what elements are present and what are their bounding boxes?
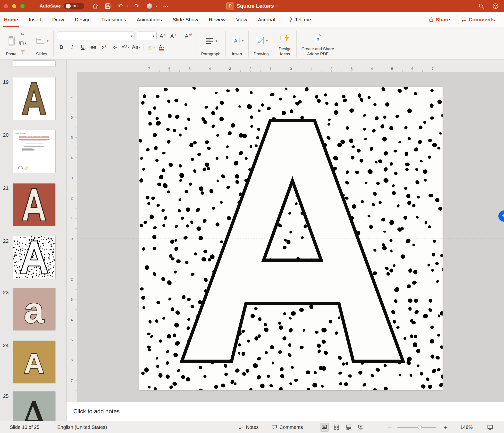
home-icon[interactable]	[91, 2, 99, 10]
more-commands-icon[interactable]: •••	[162, 2, 170, 10]
copy-button[interactable]: ▾	[19, 40, 26, 46]
ruler-tick	[75, 168, 77, 168]
superscript-button[interactable]: x²	[100, 43, 108, 52]
paragraph-chevron-icon[interactable]: ▾	[216, 39, 217, 43]
slide-sorter-view-button[interactable]	[332, 423, 341, 432]
tab-view[interactable]: View	[236, 12, 247, 27]
zoom-out-button[interactable]: −	[388, 421, 392, 433]
redo-icon[interactable]: ↷	[133, 2, 141, 10]
ruler-tick	[75, 158, 77, 158]
feedback-smiley-icon[interactable]	[492, 2, 499, 10]
normal-view-button[interactable]	[320, 423, 329, 432]
dropbox-badge[interactable]: ❖	[498, 211, 504, 221]
subscript-button[interactable]: x₂	[110, 43, 119, 52]
slide-canvas-area[interactable]: ❖	[77, 72, 504, 402]
drawing-button[interactable]: ▾ Drawing	[251, 29, 271, 59]
shrink-font-button[interactable]: A∨	[169, 32, 178, 40]
tabbar-right: Share Comments	[429, 12, 498, 27]
insert-textbox-button[interactable]: A ▾ Insert	[228, 29, 246, 59]
zoom-slider[interactable]	[397, 421, 436, 433]
font-color-button[interactable]: A▾	[157, 43, 166, 52]
language-indicator[interactable]: English (United States)	[57, 421, 107, 433]
titlebar: AutoSave OFF ↶▾ ↷ ▾ ••• P Square Letters…	[0, 0, 504, 12]
slide-thumbnail-19[interactable]	[13, 77, 56, 120]
change-case-button[interactable]: Aa▾	[132, 43, 141, 52]
share-button[interactable]: Share	[429, 17, 450, 23]
ruler-tick	[210, 71, 210, 72]
new-slide-button[interactable]: ▾ Slides	[32, 29, 51, 59]
slide-thumbnail[interactable]	[13, 61, 56, 67]
zoom-in-button[interactable]: +	[444, 421, 447, 433]
title-chevron-icon[interactable]: ▾	[276, 4, 278, 8]
adobe-pdf-button[interactable]: Create and ShareAdobe PDF	[299, 29, 336, 59]
horizontal-ruler[interactable]: 765432101234567	[66, 60, 504, 72]
horizontal-guide[interactable]	[77, 239, 504, 239]
save-icon[interactable]	[104, 2, 111, 10]
paste-button[interactable]: Paste	[3, 29, 19, 59]
slide-thumbnail-23[interactable]: a	[13, 288, 56, 331]
sphere-chevron-icon[interactable]: ▾	[156, 4, 157, 8]
slideshow-view-button[interactable]	[356, 423, 365, 432]
comments-toggle[interactable]: Comments	[271, 421, 303, 433]
document-title[interactable]: Square Letters	[236, 3, 274, 9]
tab-slide-show[interactable]: Slide Show	[173, 12, 198, 27]
format-sphere-icon[interactable]	[146, 2, 153, 10]
reading-view-button[interactable]	[344, 423, 353, 432]
format-painter-button[interactable]	[19, 49, 26, 55]
view-switcher	[320, 421, 365, 433]
ruler-tick	[75, 269, 77, 269]
slide-counter[interactable]: Slide 10 of 25	[10, 421, 39, 433]
cut-button[interactable]: ✂	[19, 31, 26, 37]
tab-review[interactable]: Review	[209, 12, 225, 27]
italic-button[interactable]: I	[68, 43, 76, 52]
letter-a-shape[interactable]	[182, 121, 403, 361]
fit-slide-button[interactable]	[487, 421, 493, 433]
zoom-track[interactable]	[397, 427, 436, 428]
tell-me-control[interactable]: Tell me	[288, 17, 311, 23]
minimize-window-button[interactable]	[12, 4, 16, 8]
zoom-percentage[interactable]: 148%	[460, 421, 473, 433]
slide-thumbnail-25[interactable]: A	[13, 391, 56, 421]
tab-acrobat[interactable]: Acrobat	[258, 12, 275, 27]
tab-design[interactable]: Design	[75, 12, 90, 27]
slide-thumbnail-21[interactable]	[13, 183, 56, 226]
notes-toggle[interactable]: Notes	[238, 421, 259, 433]
ruler-number: 5	[391, 67, 393, 71]
bold-button[interactable]: B	[57, 43, 66, 52]
slide-thumbnail-24[interactable]: A	[13, 341, 56, 383]
ruler-number: 2	[71, 196, 72, 200]
close-window-button[interactable]	[4, 4, 8, 8]
zoom-knob[interactable]	[418, 425, 422, 429]
design-ideas-button[interactable]: DesignIdeas	[276, 29, 294, 59]
ruler-tick	[75, 198, 77, 198]
comments-button[interactable]: Comments	[458, 15, 498, 24]
clear-formatting-button[interactable]: A	[184, 32, 193, 40]
slide-thumbnail-20[interactable]: Mrs JacobsFONT EXAMPLES	[13, 130, 56, 173]
tab-draw[interactable]: Draw	[52, 12, 64, 27]
font-size-combo[interactable]: ▾	[137, 32, 157, 40]
slide-thumbnail-22[interactable]	[13, 236, 56, 279]
ruler-tick	[261, 71, 261, 72]
slides-chevron-icon[interactable]: ▾	[47, 39, 49, 43]
tab-insert[interactable]: Insert	[29, 12, 42, 27]
grow-font-button[interactable]: A∧	[159, 32, 167, 40]
search-icon[interactable]	[478, 2, 485, 10]
character-spacing-button[interactable]: AV▾	[121, 43, 130, 52]
notes-pane[interactable]: Click to add notes	[66, 402, 504, 421]
zoom-window-button[interactable]	[20, 4, 25, 8]
tab-transitions[interactable]: Transitions	[101, 12, 126, 27]
tab-animations[interactable]: Animations	[137, 12, 162, 27]
undo-chevron-icon[interactable]: ▾	[126, 4, 128, 8]
insert-chevron-icon[interactable]: ▾	[242, 39, 244, 43]
strikethrough-button[interactable]: ab	[89, 43, 98, 52]
autosave-toggle[interactable]: OFF	[64, 3, 84, 9]
paragraph-button[interactable]: ▾ Paragraph	[199, 29, 223, 59]
vertical-ruler[interactable]: 765432101234567	[66, 72, 77, 402]
vertical-guide[interactable]	[291, 72, 291, 402]
drawing-chevron-icon[interactable]: ▾	[266, 39, 268, 43]
highlight-color-button[interactable]: ▾	[147, 43, 155, 52]
tab-home[interactable]: Home	[4, 12, 18, 27]
underline-button[interactable]: U	[78, 43, 87, 52]
font-name-combo[interactable]: ▾	[57, 32, 135, 40]
undo-icon[interactable]: ↶	[117, 2, 124, 10]
